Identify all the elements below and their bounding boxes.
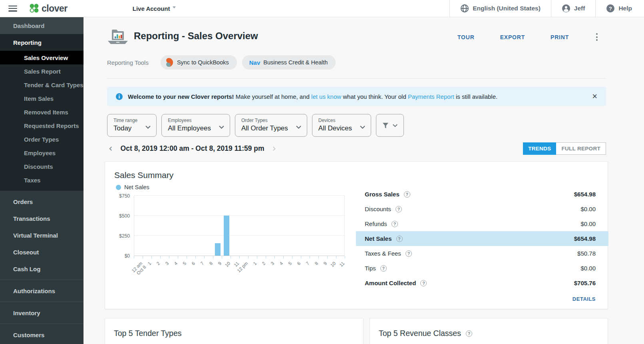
sync-app-icon	[164, 58, 173, 67]
bar	[215, 243, 221, 256]
sidebar-item-order-types[interactable]: Order Types	[0, 132, 83, 146]
business-credit-button[interactable]: Nav Business Credit & Health	[242, 55, 336, 70]
export-button[interactable]: EXPORT	[500, 34, 525, 40]
sidebar-item-taxes[interactable]: Taxes	[0, 173, 83, 187]
sidebar-item-cash-log[interactable]: Cash Log	[0, 260, 83, 277]
account-selector[interactable]: Live Account	[133, 5, 176, 12]
help-tooltip-icon[interactable]: ?	[392, 221, 398, 227]
close-icon[interactable]: ×	[592, 92, 597, 101]
x-axis-tick	[257, 256, 257, 258]
sidebar-item-item-sales[interactable]: Item Sales	[0, 92, 83, 105]
x-axis-label: 1	[252, 261, 258, 266]
sidebar-item-authorizations[interactable]: Authorizations	[0, 282, 83, 299]
summary-value: $654.98	[574, 235, 596, 242]
sidebar-item-reporting[interactable]: Reporting	[0, 34, 83, 51]
summary-value: $705.76	[574, 280, 596, 286]
language-selector[interactable]: English (United States)	[449, 0, 551, 17]
language-label: English (United States)	[473, 5, 541, 12]
date-range-text: Oct 8, 2019 12:00 am - Oct 8, 2019 11:59…	[121, 144, 264, 153]
hamburger-menu-icon[interactable]	[8, 6, 17, 12]
help-menu[interactable]: ? Help	[595, 0, 644, 17]
help-tooltip-icon[interactable]: ?	[466, 330, 472, 337]
summary-row-gross-sales: Gross Sales?$654.98	[356, 187, 608, 202]
x-axis-label: 7	[199, 261, 205, 266]
employees-filter[interactable]: Employees All Employees	[161, 114, 230, 137]
sidebar-item-employees[interactable]: Employees	[0, 146, 83, 160]
x-axis-label: 10	[330, 261, 337, 268]
sidebar-item-inventory[interactable]: Inventory	[0, 304, 83, 321]
help-tooltip-icon[interactable]: ?	[420, 280, 427, 286]
more-filters-dropdown[interactable]	[376, 114, 404, 137]
x-axis-tick	[195, 256, 196, 258]
x-axis-label: 6	[296, 261, 302, 266]
net-sales-bar-chart: $0$250$500$750 12 am Oct 812345678910111…	[109, 196, 349, 284]
y-axis-tick-label: $0	[125, 253, 130, 259]
trends-tab[interactable]: TRENDS	[523, 142, 556, 155]
summary-row-discounts: Discounts?$0.00	[356, 202, 608, 216]
x-axis-tick	[283, 256, 284, 258]
x-axis-tick	[274, 256, 275, 258]
sales-summary-title: Sales Summary	[114, 170, 173, 180]
chevron-down-icon	[219, 126, 224, 129]
x-axis-tick	[204, 256, 205, 258]
summary-row-taxes-fees: Taxes & Fees?$50.78	[356, 246, 608, 261]
x-axis-tick	[336, 256, 336, 258]
details-link[interactable]: DETAILS	[356, 296, 608, 302]
main-content: Reporting - Sales Overview TOUR EXPORT P…	[83, 17, 644, 344]
help-tooltip-icon[interactable]: ?	[396, 206, 402, 212]
sidebar-item-transactions[interactable]: Transactions	[0, 210, 83, 227]
x-axis-label: 2	[155, 261, 161, 266]
prev-date-button[interactable]: ‹	[109, 144, 113, 153]
clover-logo[interactable]: clover	[28, 2, 68, 14]
sidebar-item-dashboard[interactable]: Dashboard	[0, 17, 83, 34]
order-types-filter[interactable]: Order Types All Order Types	[235, 114, 307, 137]
help-icon: ?	[606, 4, 615, 13]
x-axis-tick	[151, 256, 152, 258]
sync-quickbooks-button[interactable]: Sync to QuickBooks	[161, 55, 237, 70]
sidebar-item-closeout[interactable]: Closeout	[0, 244, 83, 260]
user-menu[interactable]: Jeff	[551, 0, 596, 17]
x-axis-tick	[169, 256, 169, 258]
x-axis-tick	[213, 256, 213, 258]
more-options-icon[interactable]	[594, 32, 599, 42]
sidebar-item-orders[interactable]: Orders	[0, 193, 83, 210]
print-button[interactable]: PRINT	[551, 34, 569, 40]
devices-filter[interactable]: Devices All Devices	[312, 114, 371, 137]
help-tooltip-icon[interactable]: ?	[404, 191, 410, 198]
sidebar-item-customers[interactable]: Customers	[0, 326, 83, 343]
sidebar-item-requested-reports[interactable]: Requested Reports	[0, 119, 83, 132]
chevron-down-icon	[296, 126, 301, 129]
sidebar-item-sales-overview[interactable]: Sales Overview	[0, 51, 83, 64]
sidebar-item-tender-card-types[interactable]: Tender & Card Types	[0, 78, 83, 92]
x-axis-tick	[160, 256, 161, 258]
sidebar-item-sales-report[interactable]: Sales Report	[0, 64, 83, 78]
sidebar-item-removed-items[interactable]: Removed Items	[0, 105, 83, 119]
x-axis-label: 9	[217, 261, 223, 266]
summary-row-net-sales: Net Sales?$654.98	[356, 231, 608, 246]
user-name: Jeff	[574, 5, 585, 12]
help-tooltip-icon[interactable]: ?	[380, 265, 387, 272]
summary-label: Gross Sales	[365, 191, 400, 198]
tour-button[interactable]: TOUR	[457, 34, 475, 40]
help-tooltip-icon[interactable]: ?	[405, 250, 412, 257]
sidebar-item-virtual-terminal[interactable]: Virtual Terminal	[0, 227, 83, 244]
chart-legend: Net Sales	[116, 184, 149, 190]
summary-row-refunds: Refunds?$0.00	[356, 216, 608, 231]
x-axis-tick	[292, 256, 292, 258]
help-label: Help	[618, 5, 632, 12]
gridline	[134, 215, 344, 216]
let-us-know-link[interactable]: let us know	[311, 93, 341, 100]
x-axis-tick	[345, 256, 345, 258]
help-tooltip-icon[interactable]: ?	[396, 236, 403, 242]
next-date-button[interactable]: ›	[272, 144, 276, 153]
welcome-banner: Welcome to your new Clover reports! Make…	[107, 87, 606, 106]
chevron-down-icon	[173, 6, 176, 8]
time-range-filter[interactable]: Time range Today	[107, 114, 157, 137]
sidebar-item-discounts[interactable]: Discounts	[0, 160, 83, 173]
reporting-tools-label: Reporting Tools	[107, 59, 149, 66]
info-icon	[116, 93, 123, 100]
x-axis-tick	[266, 256, 266, 258]
summary-value: $654.98	[574, 191, 596, 198]
payments-report-link[interactable]: Payments Report	[408, 93, 454, 100]
full-report-tab[interactable]: FULL REPORT	[556, 142, 606, 155]
